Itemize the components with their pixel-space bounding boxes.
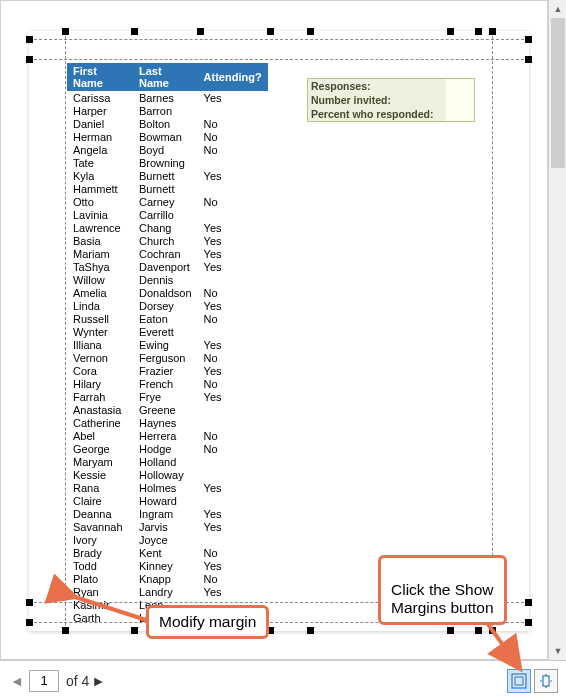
table-row: RussellEatonNo: [67, 312, 268, 325]
table-row: RanaHolmesYes: [67, 481, 268, 494]
scroll-down-icon[interactable]: ▼: [549, 642, 566, 660]
cell: Yes: [198, 481, 268, 494]
table-row: IllianaEwingYes: [67, 338, 268, 351]
cell: Ingram: [133, 507, 198, 520]
cell: Barnes: [133, 91, 198, 104]
cell: No: [198, 117, 268, 130]
cell: Herrera: [133, 429, 198, 442]
margin-handle[interactable]: [307, 627, 314, 634]
table-row: ClaireHoward: [67, 494, 268, 507]
cell: Joyce: [133, 533, 198, 546]
cell: Daniel: [67, 117, 133, 130]
margin-handle[interactable]: [525, 56, 532, 63]
pagination-toolbar: ◄ of 4 ►: [0, 660, 566, 700]
svg-rect-4: [543, 676, 549, 686]
margin-handle[interactable]: [525, 599, 532, 606]
scroll-up-icon[interactable]: ▲: [549, 0, 566, 18]
page-preview: First Name Last Name Attending? CarissaB…: [29, 31, 529, 631]
cell: Bowman: [133, 130, 198, 143]
margin-handle[interactable]: [447, 627, 454, 634]
cell: Linda: [67, 299, 133, 312]
cell: Cochran: [133, 247, 198, 260]
cell: Greene: [133, 403, 198, 416]
cell: Chang: [133, 221, 198, 234]
cell: Yes: [198, 559, 268, 572]
callout-modify-margin: Modify margin: [146, 605, 269, 639]
margin-handle[interactable]: [62, 28, 69, 35]
margin-handle[interactable]: [489, 28, 496, 35]
cell: Yes: [198, 299, 268, 312]
label-responses: Responses:: [308, 79, 446, 93]
margin-handle[interactable]: [197, 28, 204, 35]
cell: Garth: [67, 611, 133, 624]
next-page-button[interactable]: ►: [89, 672, 107, 690]
move-cursor-icon: [52, 586, 70, 604]
table-row: MaryamHolland: [67, 455, 268, 468]
cell: Browning: [133, 156, 198, 169]
cell: Deanna: [67, 507, 133, 520]
margin-handle[interactable]: [26, 599, 33, 606]
cell: [198, 533, 268, 546]
table-row: OttoCarneyNo: [67, 195, 268, 208]
cell: Tate: [67, 156, 133, 169]
table-row: AngelaBoydNo: [67, 143, 268, 156]
margin-handle[interactable]: [26, 619, 33, 626]
zoom-page-icon: [538, 673, 554, 689]
vertical-scrollbar[interactable]: ▲ ▼: [548, 0, 566, 660]
cell: Jarvis: [133, 520, 198, 533]
cell: Wynter: [67, 325, 133, 338]
margin-handle[interactable]: [475, 627, 482, 634]
table-row: RyanLandryYes: [67, 585, 268, 598]
margin-handle[interactable]: [267, 28, 274, 35]
cell: Yes: [198, 364, 268, 377]
cell: [198, 325, 268, 338]
cell: Anastasia: [67, 403, 133, 416]
cell: No: [198, 286, 268, 299]
cell: No: [198, 442, 268, 455]
cell: Burnett: [133, 182, 198, 195]
cell: French: [133, 377, 198, 390]
cell: Barron: [133, 104, 198, 117]
zoom-to-page-button[interactable]: [534, 669, 558, 693]
cell: [198, 156, 268, 169]
table-row: HammettBurnett: [67, 182, 268, 195]
cell: Vernon: [67, 351, 133, 364]
table-row: DanielBoltonNo: [67, 117, 268, 130]
cell: Rana: [67, 481, 133, 494]
table-row: AmeliaDonaldsonNo: [67, 286, 268, 299]
cell: [198, 104, 268, 117]
prev-page-button[interactable]: ◄: [8, 672, 26, 690]
table-row: TateBrowning: [67, 156, 268, 169]
cell: Mariam: [67, 247, 133, 260]
cell: No: [198, 572, 268, 585]
cell: [198, 403, 268, 416]
summary-box: Responses: Number invited: Percent who r…: [307, 78, 475, 122]
margin-handle[interactable]: [525, 619, 532, 626]
cell: [198, 416, 268, 429]
cell: [198, 468, 268, 481]
margin-handle[interactable]: [475, 28, 482, 35]
cell: No: [198, 429, 268, 442]
margin-handle[interactable]: [447, 28, 454, 35]
cell: No: [198, 377, 268, 390]
cell: Brady: [67, 546, 133, 559]
cell: [198, 182, 268, 195]
margin-handle[interactable]: [26, 56, 33, 63]
margin-handle[interactable]: [131, 627, 138, 634]
margin-handle[interactable]: [26, 36, 33, 43]
scroll-thumb[interactable]: [551, 18, 565, 168]
table-row: HermanBowmanNo: [67, 130, 268, 143]
margin-handle[interactable]: [307, 28, 314, 35]
margin-handle[interactable]: [525, 36, 532, 43]
margin-handle[interactable]: [131, 28, 138, 35]
margin-handle[interactable]: [62, 627, 69, 634]
cell: Maryam: [67, 455, 133, 468]
cell: No: [198, 312, 268, 325]
margin-handle[interactable]: [489, 627, 496, 634]
show-margins-button[interactable]: [507, 669, 531, 693]
callout-text: Click the Show Margins button: [391, 581, 494, 616]
cell: Carney: [133, 195, 198, 208]
table-row: PlatoKnappNo: [67, 572, 268, 585]
cell: Burnett: [133, 169, 198, 182]
page-number-input[interactable]: [29, 670, 59, 692]
